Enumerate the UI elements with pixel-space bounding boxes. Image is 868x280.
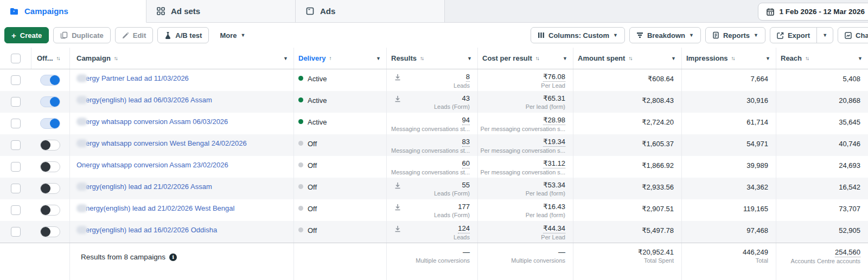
amount-spent-value: ₹1,866.92	[573, 156, 681, 178]
duplicate-button[interactable]: Duplicate	[53, 27, 111, 43]
header-cost-per-result[interactable]: Cost per result↑↓ ▼	[477, 48, 573, 69]
row-checkbox[interactable]	[11, 184, 21, 193]
results-value[interactable]: 94	[462, 115, 470, 125]
summary-results: — Multiple conversions	[386, 243, 477, 280]
results-value[interactable]: 124	[458, 224, 470, 233]
tab-ads[interactable]: Ads	[296, 0, 445, 22]
table-row[interactable]: ergy Partner Lead ad 11/03/2026 Active 8…	[0, 69, 868, 91]
edit-button[interactable]: Edit	[115, 27, 154, 43]
results-value[interactable]: 60	[462, 159, 470, 168]
header-reach[interactable]: Reach↑↓ ▼	[776, 48, 868, 69]
row-checkbox[interactable]	[11, 97, 21, 107]
results-value[interactable]: 8	[466, 72, 470, 82]
row-checkbox[interactable]	[11, 75, 21, 85]
filter-caret-icon[interactable]: ▼	[671, 56, 676, 61]
filter-caret-icon[interactable]: ▼	[376, 56, 381, 61]
header-campaign[interactable]: Campaign↑↓ ▼	[69, 48, 293, 69]
reach-value: 73,707	[776, 199, 868, 221]
export-dropdown-button[interactable]: ▼	[816, 28, 833, 43]
download-leads-icon[interactable]	[394, 95, 401, 102]
campaign-active-toggle[interactable]	[40, 205, 60, 216]
campaign-name-link[interactable]: nergy(english) lead ad 21/02/2026 West B…	[86, 204, 234, 212]
sort-asc-icon: ↑	[329, 55, 332, 61]
row-checkbox[interactable]	[11, 119, 21, 128]
row-checkbox[interactable]	[11, 205, 21, 215]
campaign-active-toggle[interactable]	[40, 75, 60, 86]
cost-per-result-value[interactable]: ₹19.34	[543, 137, 565, 147]
campaign-active-toggle[interactable]	[40, 118, 60, 129]
export-button[interactable]: Export	[770, 28, 816, 43]
results-type-label: Leads (Form)	[434, 211, 470, 219]
filter-caret-icon[interactable]: ▼	[283, 56, 288, 61]
campaign-active-toggle[interactable]	[40, 140, 60, 151]
date-range-picker[interactable]: 1 Feb 2026 - 12 Mar 2026 ▼	[758, 3, 868, 21]
tab-ad-sets[interactable]: Ad sets	[146, 0, 296, 22]
table-row[interactable]: ergy(english) lead ad 06/03/2026 Assam A…	[0, 91, 868, 113]
campaign-name-link[interactable]: ergy(english) lead ad 06/03/2026 Assam	[86, 96, 212, 104]
ab-test-button[interactable]: A/B test	[157, 27, 209, 43]
row-checkbox[interactable]	[11, 162, 21, 172]
campaign-name-link[interactable]: ergy Partner Lead ad 11/03/2026	[86, 74, 189, 82]
create-button[interactable]: + Create	[4, 27, 49, 43]
sort-arrows-icon: ↑↓	[731, 55, 735, 61]
table-header: Off...↑↓ Campaign↑↓ ▼ Delivery↑ ▼ Result…	[0, 48, 868, 69]
toggle-knob	[41, 162, 50, 172]
columns-button[interactable]: Columns: Custom ▼	[531, 27, 625, 43]
reach-total-link[interactable]: 254,560	[835, 248, 860, 257]
results-value[interactable]: 55	[462, 180, 470, 190]
delivery-status-label: Off	[308, 140, 317, 148]
filter-caret-icon[interactable]: ▼	[765, 56, 770, 61]
actions-toolbar: + Create Duplicate Edit A/B test More ▼	[0, 23, 868, 48]
table-row[interactable]: ergy whatsapp conversion Assam 06/03/202…	[0, 113, 868, 134]
header-off[interactable]: Off...↑↓	[31, 48, 69, 69]
download-leads-icon[interactable]	[394, 182, 401, 189]
campaign-active-toggle[interactable]	[40, 161, 60, 172]
table-row[interactable]: ergy(english) lead ad 16/02/2026 Oddisha…	[0, 221, 868, 243]
table-row[interactable]: nergy(english) lead ad 21/02/2026 West B…	[0, 199, 868, 221]
table-row[interactable]: ergy whatsapp conversion West Bengal 24/…	[0, 134, 868, 156]
download-leads-icon[interactable]	[394, 74, 401, 81]
header-results[interactable]: Results↑↓ ▼	[386, 48, 477, 69]
chart-icon	[845, 32, 852, 39]
reach-value: 5,408	[776, 69, 868, 91]
row-checkbox[interactable]	[11, 227, 21, 237]
campaign-active-toggle[interactable]	[40, 183, 60, 194]
select-all-checkbox[interactable]	[11, 54, 21, 63]
delivery-status-label: Off	[308, 226, 317, 235]
download-leads-icon[interactable]	[394, 204, 401, 211]
header-delivery[interactable]: Delivery↑ ▼	[293, 48, 386, 69]
redacted-name-blur	[76, 204, 87, 212]
cost-per-result-value[interactable]: ₹28.98	[543, 115, 565, 125]
breakdown-button[interactable]: Breakdown ▼	[629, 27, 701, 43]
cost-per-result-value[interactable]: ₹44.34	[543, 224, 565, 233]
chart-button[interactable]: Chart	[838, 27, 868, 43]
campaign-name-link[interactable]: Onergy whatsapp conversion Assam 23/02/2…	[76, 161, 228, 169]
table-row[interactable]: ergy(english) lead ad 21/02/2026 Assam O…	[0, 178, 868, 199]
results-value[interactable]: 177	[458, 202, 470, 211]
row-checkbox[interactable]	[11, 140, 21, 150]
cost-per-result-value[interactable]: ₹76.08	[543, 72, 565, 82]
filter-caret-icon[interactable]: ▼	[563, 56, 567, 61]
campaign-name-link[interactable]: ergy whatsapp conversion West Bengal 24/…	[86, 139, 247, 147]
results-value[interactable]: 43	[462, 94, 470, 103]
cost-per-result-value[interactable]: ₹31.12	[543, 159, 565, 168]
results-value[interactable]: 83	[462, 137, 470, 147]
more-button[interactable]: More ▼	[213, 27, 252, 43]
cost-per-result-value[interactable]: ₹16.43	[543, 202, 565, 211]
download-leads-icon[interactable]	[394, 225, 401, 232]
campaign-active-toggle[interactable]	[40, 226, 60, 237]
cost-per-result-value[interactable]: ₹53.34	[543, 180, 565, 190]
campaign-name-link[interactable]: ergy(english) lead ad 16/02/2026 Oddisha	[86, 226, 217, 234]
filter-caret-icon[interactable]: ▼	[858, 56, 863, 61]
header-amount-spent[interactable]: Amount spent↑↓ ▼	[573, 48, 681, 69]
reports-button[interactable]: Reports ▼	[705, 27, 765, 43]
filter-caret-icon[interactable]: ▼	[467, 56, 472, 61]
header-impressions[interactable]: Impressions↑↓ ▼	[681, 48, 776, 69]
table-row[interactable]: Onergy whatsapp conversion Assam 23/02/2…	[0, 156, 868, 178]
tab-campaigns[interactable]: Campaigns	[0, 0, 146, 23]
cost-per-result-value[interactable]: ₹65.31	[543, 94, 565, 103]
campaign-name-link[interactable]: ergy(english) lead ad 21/02/2026 Assam	[86, 183, 212, 191]
info-icon[interactable]: i	[169, 253, 177, 261]
campaign-active-toggle[interactable]	[40, 96, 60, 107]
campaign-name-link[interactable]: ergy whatsapp conversion Assam 06/03/202…	[86, 118, 228, 126]
